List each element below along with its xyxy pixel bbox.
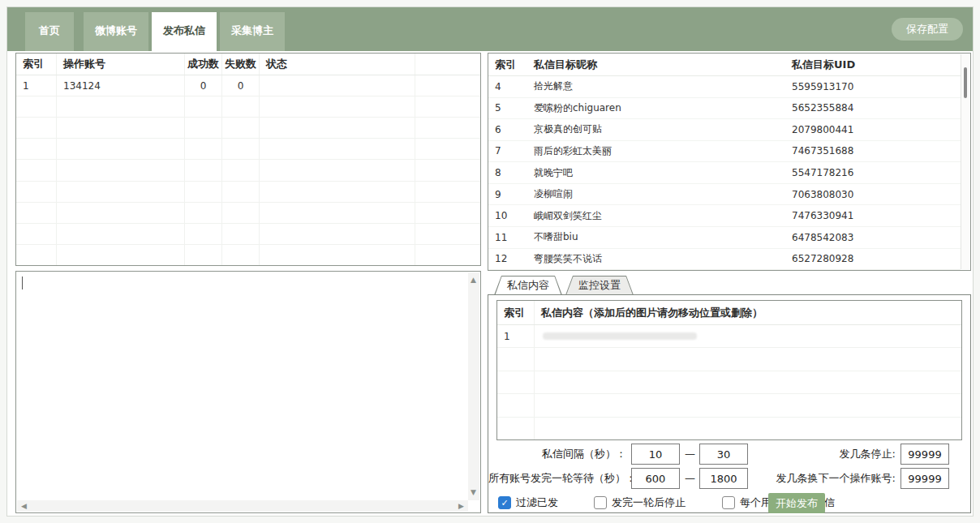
targets-scrollbar[interactable]	[961, 54, 969, 269]
redacted-content	[543, 332, 697, 340]
accounts-table: 索引 操作账号 成功数 失败数 状态 1 134124 0 0	[15, 53, 481, 266]
dm-content-header: 索引 私信内容（添加后的图片请勿移动位置或删除）	[497, 301, 961, 325]
targets-table: 索引 私信目标昵称 私信目标UID 4 拾光解意 5595913170 5 爱嗦…	[488, 53, 971, 271]
checkbox-icon[interactable]: ✓	[498, 496, 511, 509]
tab-dm-content[interactable]: 私信内容	[494, 276, 562, 295]
tab-weibo-accounts[interactable]: 微博账号	[84, 12, 148, 51]
targets-table-body: 4 拾光解意 5595913170 5 爱嗦粉的chiguaren 565235…	[488, 76, 961, 270]
col-index: 索引	[488, 54, 527, 75]
interval-label: 私信间隔（秒）：	[488, 444, 626, 465]
interval-max-input[interactable]	[699, 444, 748, 465]
col-fail: 失败数	[222, 54, 260, 75]
start-publish-button[interactable]: 开始发布	[768, 493, 825, 513]
scroll-right-icon[interactable]: ▶	[458, 503, 464, 510]
target-row[interactable]: 12 弯腰笑笑不说话 6527280928	[488, 249, 961, 271]
col-nickname: 私信目标昵称	[527, 54, 785, 75]
targets-table-header: 索引 私信目标昵称 私信目标UID	[488, 54, 961, 76]
round-wait-label: 所有账号发完一轮等待（秒）：	[488, 468, 626, 489]
target-row[interactable]: 10 峨嵋双剑笑红尘 7476330941	[488, 205, 961, 227]
switch-account-input[interactable]	[900, 468, 949, 489]
checkbox-icon[interactable]	[722, 496, 735, 509]
col-status: 状态	[260, 54, 415, 75]
col-content: 私信内容（添加后的图片请勿移动位置或删除）	[535, 301, 961, 324]
col-uid: 私信目标UID	[785, 54, 961, 75]
stop-count-input[interactable]	[900, 444, 949, 465]
target-row[interactable]: 8 就晚宁吧 5547178216	[488, 162, 961, 184]
scroll-up-icon[interactable]: ▲	[471, 277, 476, 284]
interval-min-input[interactable]	[631, 444, 680, 465]
accounts-table-header: 索引 操作账号 成功数 失败数 状态	[16, 54, 480, 75]
col-index: 索引	[497, 301, 535, 324]
save-config-button[interactable]: 保存配置	[892, 18, 963, 41]
scroll-down-icon[interactable]: ▼	[471, 489, 476, 496]
filter-sent-checkbox[interactable]: ✓ 过滤已发	[498, 495, 558, 511]
stop-after-round-checkbox[interactable]: 发完一轮后停止	[594, 495, 686, 511]
col-index: 索引	[16, 54, 57, 75]
tab-collect-bloggers[interactable]: 采集博主	[220, 12, 285, 51]
text-caret	[22, 277, 23, 289]
switch-account-label: 发几条换下一个操作账号:	[756, 468, 896, 489]
top-tab-bar: 首页 微博账号 发布私信 采集博主 保存配置	[7, 7, 973, 51]
target-row[interactable]: 5 爱嗦粉的chiguaren 5652355884	[488, 98, 961, 120]
dm-content-body: 1	[497, 325, 961, 348]
target-row[interactable]: 6 京极真的创可贴 2079800441	[488, 119, 961, 141]
target-row[interactable]: 4 拾光解意 5595913170	[488, 76, 961, 98]
account-row[interactable]: 1 134124 0 0	[16, 75, 480, 96]
scrollbar-thumb[interactable]	[964, 67, 967, 98]
app-window: 首页 微博账号 发布私信 采集博主 保存配置 索引 操作账号 成功数 失败数 状…	[6, 6, 974, 517]
tab-home[interactable]: 首页	[25, 12, 74, 51]
target-row[interactable]: 7 雨后的彩虹太美丽 7467351688	[488, 141, 961, 163]
round-wait-max-input[interactable]	[699, 468, 748, 489]
stop-count-label: 发几条停止:	[756, 444, 896, 465]
col-account: 操作账号	[57, 54, 185, 75]
scroll-left-icon[interactable]: ◀	[21, 503, 27, 510]
horizontal-scrollbar[interactable]: ◀ ▶	[17, 500, 468, 512]
accounts-table-body: 1 134124 0 0	[16, 75, 480, 96]
target-row[interactable]: 9 凌柳喧闹 7063808030	[488, 184, 961, 206]
target-row[interactable]: 11 不嗜甜biu 6478542083	[488, 227, 961, 249]
vertical-scrollbar[interactable]: ▲ ▼	[468, 272, 479, 500]
dm-content-tabpage: 索引 私信内容（添加后的图片请勿移动位置或删除） 1 私信间隔（秒）：	[488, 294, 971, 513]
tab-send-dm[interactable]: 发布私信	[152, 12, 217, 54]
tab-monitor-settings[interactable]: 监控设置	[565, 276, 634, 295]
dm-content-table: 索引 私信内容（添加后的图片请勿移动位置或删除） 1	[496, 300, 962, 440]
checkbox-icon[interactable]	[594, 496, 607, 509]
dm-content-row[interactable]: 1	[497, 325, 961, 348]
log-textarea[interactable]: ▲ ▼ ◀ ▶	[15, 271, 481, 513]
col-success: 成功数	[185, 54, 222, 75]
round-wait-min-input[interactable]	[631, 468, 680, 489]
